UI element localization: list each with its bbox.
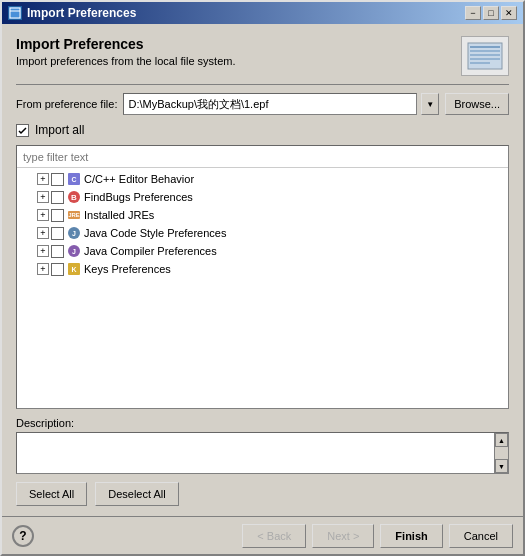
list-item[interactable]: + J Java Code Style Preferences (21, 224, 504, 242)
import-all-label: Import all (35, 123, 84, 137)
tree-expand-icon[interactable]: + (37, 209, 49, 221)
tree-item-checkbox[interactable] (51, 227, 64, 240)
title-bar: Import Preferences − □ ✕ (2, 2, 523, 24)
svg-rect-6 (470, 58, 500, 60)
close-button[interactable]: ✕ (501, 6, 517, 20)
window-title: Import Preferences (27, 6, 136, 20)
tree-item-label: Java Code Style Preferences (84, 227, 226, 239)
svg-text:JRE: JRE (68, 212, 80, 218)
tree-item-checkbox[interactable] (51, 209, 64, 222)
description-section: Description: ▲ ▼ (16, 417, 509, 474)
page-subtitle: Import preferences from the local file s… (16, 55, 235, 67)
svg-text:J: J (72, 248, 76, 255)
list-item[interactable]: + B FindBugs Preferences (21, 188, 504, 206)
title-bar-buttons: − □ ✕ (465, 6, 517, 20)
svg-text:J: J (72, 230, 76, 237)
tree-item-label: FindBugs Preferences (84, 191, 193, 203)
deselect-all-button[interactable]: Deselect All (95, 482, 178, 506)
svg-rect-4 (470, 50, 500, 52)
list-item[interactable]: + C C/C++ Editor Behavior (21, 170, 504, 188)
tree-item-label: Installed JREs (84, 209, 154, 221)
cancel-button[interactable]: Cancel (449, 524, 513, 548)
description-scrollbar[interactable]: ▲ ▼ (494, 433, 508, 473)
import-all-row: Import all (16, 123, 509, 137)
tree-content: + C C/C++ Editor Behavior + (17, 168, 508, 408)
page-title: Import Preferences (16, 36, 235, 52)
svg-text:C: C (71, 176, 76, 183)
scroll-down-button[interactable]: ▼ (495, 459, 508, 473)
java-code-icon: J (66, 225, 82, 241)
select-all-button[interactable]: Select All (16, 482, 87, 506)
svg-text:K: K (71, 266, 76, 273)
scroll-up-button[interactable]: ▲ (495, 433, 508, 447)
tree-item-checkbox[interactable] (51, 245, 64, 258)
svg-rect-0 (10, 8, 20, 18)
minimize-button[interactable]: − (465, 6, 481, 20)
file-input-wrapper: ▼ (123, 93, 439, 115)
description-box: ▲ ▼ (16, 432, 509, 474)
list-item[interactable]: + J Java Compiler Preferences (21, 242, 504, 260)
bottom-left: ? (12, 525, 34, 547)
next-button[interactable]: Next > (312, 524, 374, 548)
keys-icon: K (66, 261, 82, 277)
java-compiler-icon: J (66, 243, 82, 259)
bottom-right: < Back Next > Finish Cancel (242, 524, 513, 548)
tree-expand-icon[interactable]: + (37, 227, 49, 239)
help-button[interactable]: ? (12, 525, 34, 547)
tree-expand-icon[interactable]: + (37, 173, 49, 185)
action-buttons-row: Select All Deselect All (16, 482, 509, 506)
bottom-bar: ? < Back Next > Finish Cancel (2, 516, 523, 554)
title-bar-left: Import Preferences (8, 6, 136, 20)
description-label: Description: (16, 417, 509, 429)
filter-input[interactable] (17, 146, 508, 168)
page-header: Import Preferences Import preferences fr… (16, 36, 509, 85)
list-item[interactable]: + JRE Installed JREs (21, 206, 504, 224)
tree-item-label: Keys Preferences (84, 263, 171, 275)
tree-section: + C C/C++ Editor Behavior + (16, 145, 509, 409)
page-header-text: Import Preferences Import preferences fr… (16, 36, 235, 67)
restore-button[interactable]: □ (483, 6, 499, 20)
jre-icon: JRE (66, 207, 82, 223)
import-all-checkbox[interactable] (16, 124, 29, 137)
finish-button[interactable]: Finish (380, 524, 442, 548)
list-item[interactable]: + K Keys Preferences (21, 260, 504, 278)
main-content: Import Preferences Import preferences fr… (2, 24, 523, 516)
file-row: From preference file: ▼ Browse... (16, 93, 509, 115)
header-icon (461, 36, 509, 76)
back-button[interactable]: < Back (242, 524, 306, 548)
findbugs-icon: B (66, 189, 82, 205)
browse-button[interactable]: Browse... (445, 93, 509, 115)
svg-text:B: B (71, 193, 77, 202)
tree-expand-icon[interactable]: + (37, 245, 49, 257)
window-icon (8, 6, 22, 20)
tree-item-checkbox[interactable] (51, 263, 64, 276)
file-dropdown-button[interactable]: ▼ (421, 93, 439, 115)
svg-rect-7 (470, 62, 490, 64)
cpp-icon: C (66, 171, 82, 187)
file-path-input[interactable] (123, 93, 417, 115)
file-label: From preference file: (16, 98, 117, 110)
tree-item-label: Java Compiler Preferences (84, 245, 217, 257)
tree-item-checkbox[interactable] (51, 191, 64, 204)
tree-expand-icon[interactable]: + (37, 263, 49, 275)
tree-expand-icon[interactable]: + (37, 191, 49, 203)
tree-item-label: C/C++ Editor Behavior (84, 173, 194, 185)
main-window: Import Preferences − □ ✕ Import Preferen… (0, 0, 525, 556)
tree-item-checkbox[interactable] (51, 173, 64, 186)
svg-rect-5 (470, 54, 500, 56)
svg-rect-3 (470, 46, 500, 48)
